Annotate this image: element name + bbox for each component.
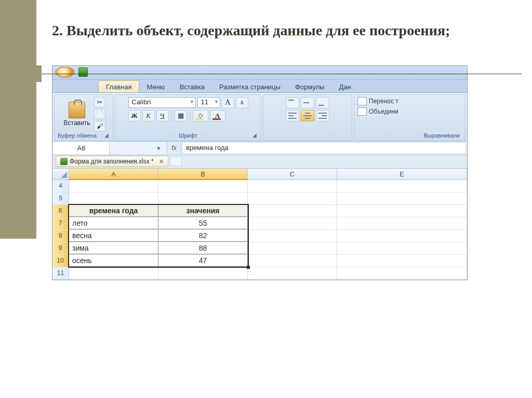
group-alignment-small xyxy=(263,94,352,141)
group-clipboard: Вставить ✂ 📄 🖌 Буфер обмена ◢ xyxy=(54,94,113,141)
font-color-button[interactable]: A xyxy=(210,110,225,121)
cell-b11[interactable] xyxy=(158,267,248,279)
row-header-10[interactable]: 10 xyxy=(52,255,69,267)
cell-e10[interactable] xyxy=(337,255,467,267)
close-tab-icon[interactable]: ✕ xyxy=(159,158,164,165)
document-tab[interactable]: Форма для заполнения.xlsx * ✕ xyxy=(56,156,168,167)
merge-label: Объедини xyxy=(369,108,398,115)
wrap-text-label: Перенос т xyxy=(369,98,398,105)
select-all-corner[interactable] xyxy=(52,169,69,180)
italic-button[interactable]: К xyxy=(142,110,155,121)
cell-e9[interactable] xyxy=(337,242,467,254)
align-right-button[interactable] xyxy=(316,110,329,121)
tab-insert[interactable]: Вставка xyxy=(172,81,212,92)
fill-color-button[interactable]: ◇ xyxy=(193,110,208,121)
cell-e6[interactable] xyxy=(337,205,467,217)
cell-a11[interactable] xyxy=(69,267,158,279)
row-header-4[interactable]: 4 xyxy=(52,180,69,192)
fx-button[interactable]: fx xyxy=(167,142,181,154)
shrink-font-button[interactable]: A xyxy=(236,97,248,108)
cell-a8[interactable]: весна xyxy=(69,230,158,242)
cell-c7[interactable] xyxy=(248,217,337,229)
wrap-text-button[interactable]: Перенос т xyxy=(357,97,398,105)
cut-button[interactable]: ✂ xyxy=(94,97,105,107)
row-header-11[interactable]: 11 xyxy=(52,267,69,279)
cell-e11[interactable] xyxy=(337,267,467,279)
underline-button[interactable]: Ч xyxy=(156,110,169,121)
row-6: 6 времена года значения xyxy=(52,205,467,217)
document-tab-label: Форма для заполнения.xlsx * xyxy=(70,158,154,165)
column-headers: A B C E xyxy=(52,169,467,180)
copy-button[interactable]: 📄 xyxy=(94,109,105,119)
excel-titlebar xyxy=(52,66,467,79)
cell-b5[interactable] xyxy=(158,193,248,204)
new-tab-button[interactable] xyxy=(170,157,182,166)
cell-c10[interactable] xyxy=(248,255,337,267)
font-dialog-launcher[interactable]: ◢ xyxy=(251,132,258,139)
row-header-8[interactable]: 8 xyxy=(52,230,69,242)
excel-icon xyxy=(78,67,88,77)
tab-home[interactable]: Главная xyxy=(98,80,139,92)
cell-b9[interactable]: 88 xyxy=(158,242,248,254)
office-button[interactable] xyxy=(56,67,74,77)
align-center-button[interactable] xyxy=(301,110,314,121)
cell-b4[interactable] xyxy=(158,180,248,192)
row-header-7[interactable]: 7 xyxy=(52,217,69,229)
border-button[interactable]: ▦ xyxy=(175,110,187,121)
alignment-group-label: Выравнивани xyxy=(357,131,462,140)
row-header-9[interactable]: 9 xyxy=(52,242,69,254)
font-name-select[interactable]: Calibri xyxy=(128,97,196,108)
cell-a10[interactable]: осень xyxy=(69,255,158,267)
align-left-button[interactable] xyxy=(286,110,299,121)
col-header-b[interactable]: B xyxy=(158,169,248,180)
tab-formulas[interactable]: Формулы xyxy=(288,81,332,92)
cell-e4[interactable] xyxy=(337,180,467,192)
cell-e8[interactable] xyxy=(337,230,467,242)
merge-button[interactable]: Объедини xyxy=(357,107,398,116)
name-box[interactable]: A6 xyxy=(54,142,110,155)
grow-font-button[interactable]: A xyxy=(222,97,234,108)
tab-data[interactable]: Дан xyxy=(331,81,358,92)
clipboard-icon xyxy=(69,102,85,118)
row-header-6[interactable]: 6 xyxy=(52,205,69,217)
col-header-e[interactable]: E xyxy=(337,169,467,180)
cell-e7[interactable] xyxy=(337,217,467,229)
paste-button[interactable]: Вставить xyxy=(62,101,92,128)
name-box-dropdown[interactable]: ▾ xyxy=(154,144,163,152)
cell-c6[interactable] xyxy=(248,205,337,217)
cell-c11[interactable] xyxy=(248,267,337,279)
cell-c4[interactable] xyxy=(248,180,337,192)
cell-a7[interactable]: лето xyxy=(69,217,158,229)
formula-input[interactable]: времена года xyxy=(182,142,466,154)
cell-a9[interactable]: зима xyxy=(69,242,158,254)
cell-a6[interactable]: времена года xyxy=(69,205,158,217)
row-header-5[interactable]: 5 xyxy=(52,193,69,204)
cell-c8[interactable] xyxy=(248,230,337,242)
cell-a5[interactable] xyxy=(69,193,158,204)
tab-page-layout[interactable]: Разметка страницы xyxy=(212,81,288,92)
group-font: Calibri 11 A A Ж К Ч ▦ ◇ xyxy=(115,94,261,141)
col-header-c[interactable]: C xyxy=(248,169,337,180)
excel-window: Главная Меню Вставка Разметка страницы Ф… xyxy=(52,65,468,280)
col-header-a[interactable]: A xyxy=(69,169,158,180)
cell-c9[interactable] xyxy=(248,242,337,254)
font-size-select[interactable]: 11 xyxy=(197,97,220,108)
cell-c5[interactable] xyxy=(248,193,337,204)
cell-b6[interactable]: значения xyxy=(158,205,248,217)
tab-menu[interactable]: Меню xyxy=(139,81,172,92)
align-middle-button[interactable] xyxy=(301,97,314,108)
cell-b7[interactable]: 55 xyxy=(158,217,248,229)
cell-e5[interactable] xyxy=(337,193,467,204)
clipboard-dialog-launcher[interactable]: ◢ xyxy=(103,132,110,139)
ribbon: Вставить ✂ 📄 🖌 Буфер обмена ◢ Calib xyxy=(52,93,467,142)
align-bottom-button[interactable] xyxy=(316,97,329,108)
formula-bar: A6 ▾ fx времена года xyxy=(52,142,467,155)
align-top-button[interactable] xyxy=(286,97,299,108)
cell-a4[interactable] xyxy=(69,180,158,192)
cell-b8[interactable]: 82 xyxy=(158,230,248,242)
format-painter-button[interactable]: 🖌 xyxy=(94,121,105,131)
bold-button[interactable]: Ж xyxy=(128,110,141,121)
spreadsheet[interactable]: A B C E 4 5 xyxy=(52,169,467,280)
cell-b10[interactable]: 47 xyxy=(158,255,248,267)
slide-title: 2. Выделить объект, содержащий данные дл… xyxy=(52,21,503,40)
